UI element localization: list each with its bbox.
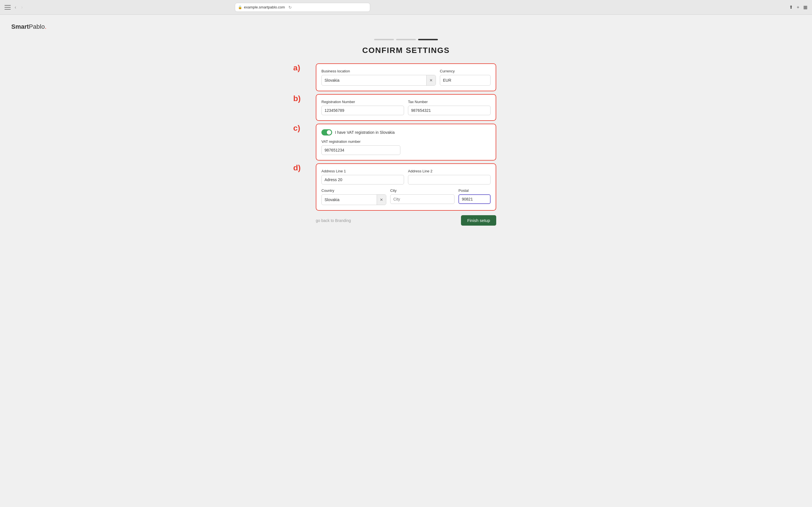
vat-reg-number-label: VAT registration number	[321, 139, 491, 144]
tabs-button[interactable]: ▦	[803, 4, 808, 10]
progress-steps	[6, 39, 806, 40]
sidebar-toggle-button[interactable]	[4, 5, 11, 10]
business-location-input-wrapper: ✕	[321, 75, 436, 86]
section-c-card: I have VAT registration in Slovakia VAT …	[316, 124, 496, 161]
back-to-branding-link[interactable]: go back to Branding	[316, 218, 351, 223]
city-label: City	[390, 188, 455, 193]
section-a-wrapper: a) Business location ✕ Currency	[316, 63, 496, 91]
section-c-wrapper: c) I have VAT registration in Slovakia V…	[316, 124, 496, 161]
share-button[interactable]: ⬆	[789, 4, 793, 10]
address-bar[interactable]: 🔒 example.smartpablo.com ↻	[235, 3, 370, 12]
city-input[interactable]	[390, 194, 455, 204]
business-location-label: Business location	[321, 69, 436, 73]
vat-toggle[interactable]	[321, 129, 332, 135]
section-d-card: Address Line 1 Address Line 2 Country ✕	[316, 163, 496, 211]
new-tab-button[interactable]: +	[797, 5, 799, 10]
vat-toggle-row: I have VAT registration in Slovakia	[321, 129, 491, 135]
business-location-input[interactable]	[322, 76, 426, 85]
city-group: City	[390, 188, 455, 205]
section-b-label: b)	[293, 94, 301, 103]
country-group: Country ✕	[321, 188, 386, 205]
postal-input[interactable]	[458, 194, 491, 204]
registration-number-input[interactable]	[321, 106, 404, 115]
postal-label: Postal	[458, 188, 491, 193]
page-title: CONFIRM SETTINGS	[6, 46, 806, 55]
section-a-row: Business location ✕ Currency ✕	[321, 69, 491, 86]
address-line-row: Address Line 1 Address Line 2	[321, 169, 491, 184]
registration-number-group: Registration Number	[321, 100, 404, 115]
country-clear[interactable]: ✕	[377, 194, 386, 205]
logo: SmartPablo.	[6, 23, 806, 31]
vat-reg-number-input[interactable]	[321, 145, 400, 155]
business-location-clear[interactable]: ✕	[426, 75, 436, 86]
section-a-label: a)	[293, 63, 300, 72]
currency-input[interactable]	[440, 76, 491, 85]
address-line1-label: Address Line 1	[321, 169, 404, 173]
tax-number-label: Tax Number	[408, 100, 491, 104]
logo-smart: Smart	[11, 23, 29, 30]
browser-chrome: ‹ › 🔒 example.smartpablo.com ↻ ⬆ + ▦	[0, 0, 812, 15]
step-2	[396, 39, 416, 40]
section-b-wrapper: b) Registration Number Tax Number	[316, 94, 496, 121]
page-content: SmartPablo. CONFIRM SETTINGS a) Business…	[0, 15, 812, 234]
tax-number-input[interactable]	[408, 106, 491, 115]
vat-number-group: VAT registration number	[321, 139, 491, 155]
country-input-wrapper: ✕	[321, 194, 386, 205]
address-line2-label: Address Line 2	[408, 169, 491, 173]
section-d-wrapper: d) Address Line 1 Address Line 2 Country	[316, 163, 496, 211]
currency-input-wrapper: ✕	[440, 75, 491, 86]
browser-actions: ⬆ + ▦	[789, 4, 808, 10]
country-input[interactable]	[322, 195, 377, 204]
finish-setup-button[interactable]: Finish setup	[461, 215, 496, 226]
footer: go back to Branding Finish setup	[316, 215, 496, 226]
address-line1-input[interactable]	[321, 175, 404, 184]
tax-number-group: Tax Number	[408, 100, 491, 115]
section-a-card: Business location ✕ Currency ✕	[316, 63, 496, 91]
toggle-thumb	[327, 130, 331, 135]
section-c-label: c)	[293, 124, 300, 133]
country-city-postal-row: Country ✕ City Postal	[321, 188, 491, 205]
registration-number-label: Registration Number	[321, 100, 404, 104]
section-b-card: Registration Number Tax Number	[316, 94, 496, 121]
vat-toggle-label: I have VAT registration in Slovakia	[335, 130, 395, 135]
form-container: a) Business location ✕ Currency	[316, 63, 496, 226]
section-b-row: Registration Number Tax Number	[321, 100, 491, 115]
currency-label: Currency	[440, 69, 491, 73]
browser-controls: ‹ ›	[4, 4, 24, 11]
step-1	[374, 39, 394, 40]
currency-group: Currency ✕	[440, 69, 491, 86]
forward-button[interactable]: ›	[20, 4, 24, 11]
step-3	[418, 39, 438, 40]
back-button[interactable]: ‹	[13, 4, 17, 11]
address-line1-group: Address Line 1	[321, 169, 404, 184]
postal-group: Postal	[458, 188, 491, 205]
business-location-group: Business location ✕	[321, 69, 436, 86]
address-line2-group: Address Line 2	[408, 169, 491, 184]
lock-icon: 🔒	[238, 5, 242, 9]
logo-dot: .	[45, 23, 47, 30]
address-line2-input[interactable]	[408, 175, 491, 184]
country-label: Country	[321, 188, 386, 193]
logo-pablo: Pablo	[29, 23, 45, 30]
url-text: example.smartpablo.com	[244, 5, 285, 9]
section-d-label: d)	[293, 163, 301, 172]
reload-button[interactable]: ↻	[289, 5, 292, 10]
